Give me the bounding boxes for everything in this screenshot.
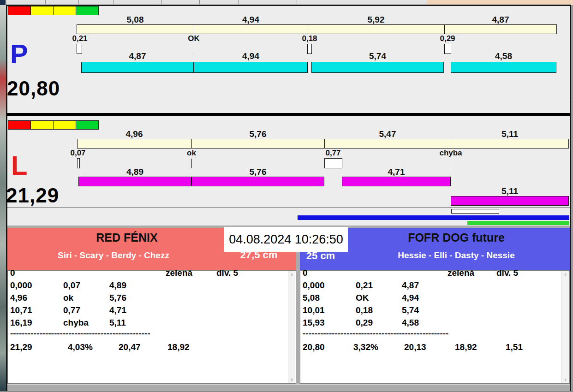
- right-total-alt2: 18,92: [455, 342, 477, 352]
- team-left-dogs: Siri - Scary - Berdy - Chezz: [12, 250, 215, 261]
- l-cross-label-4: chyba: [430, 148, 472, 158]
- l-run-label-1: 4,89: [78, 167, 191, 177]
- p-run-bar-1: [81, 62, 194, 73]
- toolbar-separator: [238, 0, 239, 4]
- table-cell: 0,000: [303, 280, 325, 291]
- section-divider-line: [7, 98, 570, 98]
- right-color-label: zelená: [448, 268, 474, 278]
- team-left-results-panel[interactable]: ∧ ∨: [7, 270, 296, 384]
- scroll-down-icon[interactable]: ∨: [562, 376, 569, 383]
- traffic-light-red: [8, 6, 31, 15]
- p-split-bar-2: [194, 24, 308, 34]
- table-cell: 10,71: [10, 305, 32, 315]
- lane-l-total-time: 21,29: [6, 185, 59, 206]
- traffic-light-green: [76, 6, 99, 15]
- l-split-label-1: 4,96: [77, 129, 191, 139]
- left-start-value: 0: [10, 268, 15, 278]
- left-color-label: zelená: [166, 268, 192, 278]
- p-run-bar-2: [194, 62, 308, 73]
- p-run-label-3: 5,74: [311, 51, 444, 61]
- table-cell: 0,18: [356, 305, 373, 315]
- l-split-bar-4: [451, 139, 569, 148]
- lane-divider-bar: [7, 113, 570, 116]
- right-total-diff: 1,51: [506, 342, 523, 352]
- traffic-light-yellow-1: [30, 120, 54, 130]
- l-run-bar-3: [342, 177, 451, 186]
- lane-p-letter: P: [10, 41, 28, 67]
- p-split-label-1: 5,08: [77, 15, 194, 25]
- table-cell: 5,08: [303, 293, 320, 303]
- p-run-label-4: 4,58: [451, 51, 556, 61]
- toolbar-separator: [199, 0, 200, 4]
- background-window-edge: [571, 5, 573, 392]
- datetime-display: 04.08.2024 10:26:50: [224, 227, 348, 252]
- l-cross-tick-4: [451, 159, 451, 168]
- table-cell: 4,58: [402, 318, 419, 328]
- traffic-light-green: [76, 120, 99, 130]
- left-total-alt1: 20,47: [119, 342, 141, 352]
- table-cell: 5,11: [109, 318, 126, 328]
- p-split-label-3: 5,92: [308, 15, 444, 25]
- table-cell: 15,93: [303, 318, 325, 328]
- scrollbar[interactable]: ∧ ∨: [561, 271, 569, 383]
- l-run-bar-1: [78, 177, 191, 186]
- l-split-label-2: 5,76: [191, 129, 324, 139]
- traffic-light-yellow-1: [30, 6, 54, 15]
- scrollbar[interactable]: ∧ ∨: [288, 271, 295, 383]
- left-total-time: 21,29: [10, 342, 32, 352]
- table-cell: 4,71: [109, 305, 126, 315]
- app-root: 5,08 4,94 5,92 4,87 0,21 OK 0,18 0,29 4,…: [0, 0, 573, 392]
- p-split-bar-4: [444, 24, 557, 34]
- p-run-label-2: 4,94: [194, 51, 308, 61]
- toolbar-separator: [78, 0, 79, 4]
- team-right-results-panel[interactable]: ∧ ∨: [300, 270, 570, 384]
- l-run-label-3: 4,71: [342, 167, 451, 177]
- background-window-edge: [0, 5, 6, 392]
- left-division: div. 5: [216, 268, 238, 278]
- traffic-light-yellow-2: [53, 6, 76, 15]
- p-cross-label-1: 0,21: [59, 34, 101, 43]
- scroll-up-icon[interactable]: ∧: [562, 271, 569, 278]
- l-cross-label-2: ok: [171, 148, 212, 158]
- l-split-bar-1: [77, 139, 192, 148]
- team-left-name: RED FÉNIX: [23, 231, 231, 244]
- section-divider-line: [7, 208, 570, 208]
- p-run-label-1: 4,87: [81, 51, 194, 61]
- lane-l-letter: L: [11, 152, 27, 179]
- table-cell: 0,000: [10, 280, 32, 291]
- p-split-bar-3: [308, 24, 445, 34]
- p-run-bar-4: [451, 62, 556, 73]
- l-run-bar-4-displaced: [451, 196, 569, 206]
- table-cell: 0,77: [63, 305, 80, 315]
- left-total-alt2: 18,92: [167, 342, 190, 352]
- background-window-corner: [0, 0, 6, 5]
- p-split-label-2: 4,94: [194, 15, 308, 25]
- l-split-bar-2: [191, 139, 325, 148]
- traffic-light-yellow-2: [53, 120, 76, 130]
- p-cross-label-4: 0,29: [427, 34, 468, 43]
- table-cell: 4,87: [402, 280, 419, 291]
- table-cell: ok: [63, 293, 73, 303]
- right-start-value: 0: [303, 268, 308, 278]
- table-cell: 4,94: [402, 293, 419, 303]
- table-cell: 5,76: [109, 293, 126, 303]
- p-run-bar-3: [311, 62, 444, 73]
- l-run-bar-2: [191, 177, 324, 186]
- table-cell: chyba: [63, 318, 89, 328]
- scroll-up-icon[interactable]: ∧: [288, 271, 295, 278]
- right-total-time: 20,80: [303, 342, 325, 352]
- right-total-alt1: 20,13: [404, 342, 426, 352]
- right-division: div. 5: [496, 268, 518, 278]
- table-cell: 0,21: [356, 280, 373, 291]
- scroll-down-icon[interactable]: ∨: [288, 376, 295, 383]
- p-cross-label-2: OK: [173, 34, 215, 43]
- table-cell: 16,19: [10, 318, 32, 328]
- l-cross-label-1: 0,07: [57, 148, 99, 158]
- right-total-percent: 3,32%: [353, 342, 378, 352]
- toolbar-separator: [161, 0, 162, 4]
- progress-bar-green: [467, 221, 569, 225]
- p-split-bar-1: [77, 24, 194, 34]
- l-split-bar-3: [324, 139, 451, 148]
- team-right-name: FOFR DOG future: [348, 231, 565, 244]
- table-cell: 5,74: [402, 305, 419, 315]
